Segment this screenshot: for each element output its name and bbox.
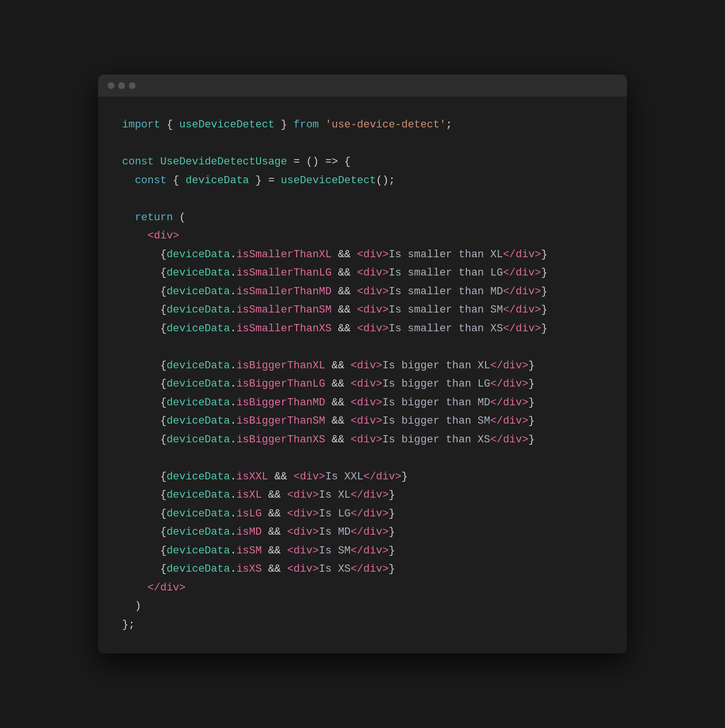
code-token: </div> [350,505,388,524]
code-token: Is smaller than LG [389,264,503,283]
code-token: import [122,116,160,135]
code-token: { [160,394,166,413]
is-sm-line: {deviceData.isSM && <div>Is SM</div>} [122,542,603,561]
code-token: && [268,468,294,487]
code-token: deviceData [166,523,230,542]
import-line: import { useDeviceDetect } from 'use-dev… [122,116,603,135]
code-token: { [160,431,166,450]
code-token: } [541,264,547,283]
code-token: deviceData [166,542,230,561]
code-token: Is bigger than LG [382,375,490,394]
code-token: </div> [503,301,541,320]
code-token: <div> [287,560,319,579]
maximize-dot [129,82,136,89]
code-token: && [332,264,357,283]
code-token: ( [173,209,186,227]
code-token: && [332,301,357,320]
code-token: Is smaller than XL [389,246,503,264]
code-token: deviceData [166,283,230,301]
code-token: </div> [148,579,186,598]
is-xs-line: {deviceData.isXS && <div>Is XS</div>} [122,560,603,579]
code-token: <div> [148,227,179,246]
code-token: Is bigger than XL [382,357,490,376]
code-token: { [160,468,166,487]
code-token: deviceData [166,246,230,264]
code-token: isSmallerThanXL [237,246,332,264]
code-token: . [230,357,236,376]
code-token: <div> [350,394,382,413]
code-token: . [230,264,236,283]
code-token: </div> [503,283,541,301]
code-token: . [230,523,236,542]
code-token: </div> [490,375,528,394]
code-token: . [230,320,236,339]
code-token: ; [446,116,452,135]
code-token: { [160,523,166,542]
code-token: <div> [293,468,325,487]
is-xl-line: {deviceData.isXL && <div>Is XL</div>} [122,486,603,505]
code-token: const [135,172,166,190]
code-token: { [160,246,166,264]
div-open-line: <div> [122,227,603,246]
code-token: { [166,172,186,190]
code-token: Is MD [319,523,350,542]
code-token: && [262,542,287,561]
code-token: deviceData [166,375,230,394]
code-token: Is SM [319,542,350,561]
close-brace-line: }; [122,616,603,635]
code-token: return [135,209,173,227]
code-token: useDeviceDetect [179,116,275,135]
code-token: isLG [237,505,262,524]
code-token: </div> [490,412,528,431]
code-token: } [401,468,408,487]
code-token: isSM [237,542,262,561]
bigger-md-line: {deviceData.isBiggerThanMD && <div>Is bi… [122,394,603,413]
code-token: deviceData [166,357,230,376]
code-token: { [160,560,166,579]
code-token: && [332,246,357,264]
code-token: . [230,560,236,579]
code-token: Is smaller than MD [389,283,503,301]
code-token: } [541,246,547,264]
code-token: { [160,357,166,376]
code-token: <div> [287,542,319,561]
code-token: deviceData [166,264,230,283]
const-device-line: const { deviceData } = useDeviceDetect()… [122,172,603,190]
code-token [154,153,160,172]
code-token: UseDevideDetectUsage [160,153,287,172]
code-token: { [160,320,166,339]
code-token: isSmallerThanXS [237,320,332,339]
code-token: </div> [503,264,541,283]
code-token: . [230,486,236,505]
code-token: isMD [237,523,262,542]
code-token: } [528,412,535,431]
code-token: . [230,301,236,320]
code-token: isBiggerThanXL [237,357,325,376]
code-token: Is XL [319,486,350,505]
code-token: deviceData [166,505,230,524]
code-token: { [160,264,166,283]
code-token: </div> [350,486,388,505]
smaller-xl-line: {deviceData.isSmallerThanXL && <div>Is s… [122,246,603,264]
code-token: } [541,301,547,320]
code-token: Is XS [319,560,350,579]
code-token: && [325,431,350,450]
code-token: deviceData [166,320,230,339]
code-token: Is bigger than MD [382,394,490,413]
smaller-xs-line: {deviceData.isSmallerThanXS && <div>Is s… [122,320,603,339]
code-token: <div> [287,486,319,505]
code-token: isSmallerThanMD [237,283,332,301]
code-token: <div> [350,357,382,376]
code-token: && [325,357,350,376]
code-token: deviceData [166,431,230,450]
code-token: </div> [350,542,388,561]
code-window: import { useDeviceDetect } from 'use-dev… [98,75,627,653]
code-token: (); [376,172,395,190]
code-token: . [230,283,236,301]
code-token: . [230,505,236,524]
blank-line [122,135,603,153]
code-token: } = [249,172,281,190]
code-token: isSmallerThanLG [237,264,332,283]
code-token: isBiggerThanLG [237,375,325,394]
code-token: isXL [237,486,262,505]
